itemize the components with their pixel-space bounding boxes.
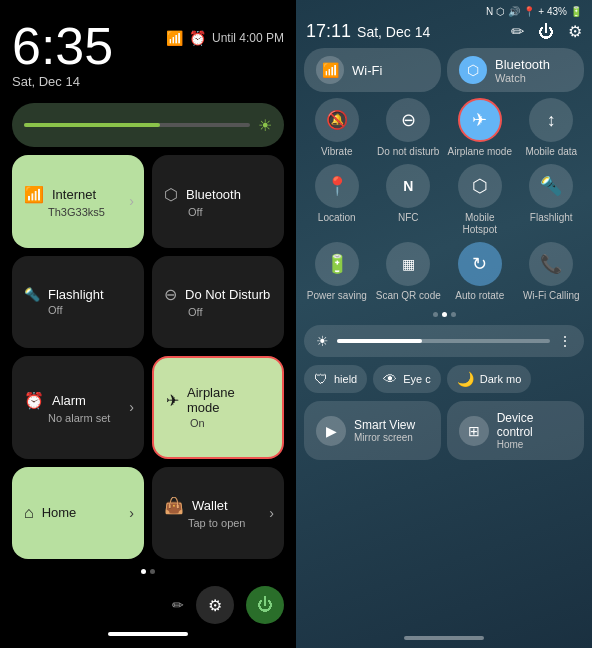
alarm-arrow: › xyxy=(129,399,134,415)
right-brightness[interactable]: ☀ ⋮ xyxy=(304,325,584,357)
alarm-icon: ⏰ xyxy=(189,30,206,46)
wallet-arrow: › xyxy=(269,505,274,521)
hotspot-label: Mobile Hotspot xyxy=(447,212,513,236)
right-header: 17:11 Sat, Dec 14 ✏ ⏻ ⚙ xyxy=(296,17,592,48)
dot-2 xyxy=(150,569,155,574)
flashlight-icon: 🔦 xyxy=(24,287,40,302)
power-saving-icon: 🔋 xyxy=(315,242,359,286)
power-button[interactable]: ⏻ xyxy=(246,586,284,624)
mobile-data-tile[interactable]: ↕ Mobile data xyxy=(519,98,585,158)
alarm-label: Alarm xyxy=(52,393,86,408)
airplane-icon: ✈ xyxy=(166,391,179,410)
brightness-bar xyxy=(24,123,250,127)
flashlight-tile-label: Flashlight xyxy=(530,212,573,224)
tile-internet[interactable]: 📶 Internet Th3G33ks5 › xyxy=(12,155,144,248)
alarm-sub: No alarm set xyxy=(24,412,132,424)
until-text: Until 4:00 PM xyxy=(212,31,284,45)
vibrate-label: Vibrate xyxy=(321,146,353,158)
extras-row: 🛡 hield 👁 Eye c 🌙 Dark mo xyxy=(296,361,592,397)
internet-sub: Th3G33ks5 xyxy=(24,206,132,218)
qs-grid-row3: 🔋 Power saving ▦ Scan QR code ↻ Auto rot… xyxy=(296,242,592,308)
brightness-row[interactable]: ☀ xyxy=(12,103,284,147)
dark-mode-icon: 🌙 xyxy=(457,371,474,387)
tile-airplane[interactable]: ✈ Airplane mode On xyxy=(152,356,284,459)
bluetooth-icon: ⬡ xyxy=(164,185,178,204)
wifi-tile-name: Wi-Fi xyxy=(352,63,382,78)
edit-header-icon[interactable]: ✏ xyxy=(511,22,524,41)
tile-flashlight[interactable]: 🔦 Flashlight Off xyxy=(12,256,144,349)
right-panel: N ⬡ 🔊 📍 + NFC BT Vol Location Battery 43… xyxy=(296,0,592,648)
status-bar: N ⬡ 🔊 📍 + NFC BT Vol Location Battery 43… xyxy=(296,0,592,17)
header-actions: ✏ ⏻ ⚙ xyxy=(511,22,582,41)
tile-wallet[interactable]: 👜 Wallet Tap to open › xyxy=(152,467,284,560)
shield-tile[interactable]: 🛡 hield xyxy=(304,365,367,393)
bluetooth-tile-sub: Watch xyxy=(495,72,550,84)
eye-comfort-tile[interactable]: 👁 Eye c xyxy=(373,365,441,393)
dnd-sub: Off xyxy=(164,306,272,318)
auto-rotate-label: Auto rotate xyxy=(455,290,504,302)
shield-icon: 🛡 xyxy=(314,371,328,387)
nfc-icon: N xyxy=(386,164,430,208)
bluetooth-tile[interactable]: ⬡ Bluetooth Watch xyxy=(447,48,584,92)
location-tile[interactable]: 📍 Location xyxy=(304,164,370,236)
flashlight-label: Flashlight xyxy=(48,287,104,302)
airplane-tile-icon: ✈ xyxy=(458,98,502,142)
auto-rotate-tile[interactable]: ↻ Auto rotate xyxy=(447,242,513,302)
wifi-icon: 📶 xyxy=(166,30,183,46)
settings-header-icon[interactable]: ⚙ xyxy=(568,22,582,41)
smart-view-name: Smart View xyxy=(354,418,415,432)
wifi-calling-label: Wi-Fi Calling xyxy=(523,290,580,302)
hotspot-tile[interactable]: ⬡ Mobile Hotspot xyxy=(447,164,513,236)
bluetooth-tile-icon: ⬡ xyxy=(459,56,487,84)
device-control-icon: ⊞ xyxy=(459,416,489,446)
device-control-tile[interactable]: ⊞ Device control Home xyxy=(447,401,584,460)
qs-grid-row2: 📍 Location N NFC ⬡ Mobile Hotspot 🔦 Flas… xyxy=(296,164,592,242)
hotspot-icon: ⬡ xyxy=(458,164,502,208)
scan-qr-label: Scan QR code xyxy=(376,290,441,302)
right-date: Sat, Dec 14 xyxy=(357,24,430,40)
scan-qr-tile[interactable]: ▦ Scan QR code xyxy=(376,242,442,302)
edit-icon[interactable]: ✏ xyxy=(172,597,184,613)
qs-dot-3 xyxy=(451,312,456,317)
right-time: 17:11 xyxy=(306,21,351,42)
quick-tiles-grid: 📶 Internet Th3G33ks5 › ⬡ Bluetooth Off 🔦… xyxy=(12,155,284,559)
mobile-data-label: Mobile data xyxy=(525,146,577,158)
right-home-indicator xyxy=(404,636,484,640)
airplane-tile[interactable]: ✈ Airplane mode xyxy=(447,98,513,158)
settings-button[interactable]: ⚙ xyxy=(196,586,234,624)
page-dots xyxy=(12,569,284,574)
device-control-sub: Home xyxy=(497,439,572,450)
brightness-fill xyxy=(24,123,160,127)
dark-mode-tile[interactable]: 🌙 Dark mo xyxy=(447,365,532,393)
tile-alarm[interactable]: ⏰ Alarm No alarm set › xyxy=(12,356,144,459)
wifi-tile[interactable]: 📶 Wi-Fi xyxy=(304,48,441,92)
vibrate-tile[interactable]: 🔕 Vibrate xyxy=(304,98,370,158)
brightness-icon: ☀ xyxy=(258,116,272,135)
bluetooth-tile-name: Bluetooth xyxy=(495,57,550,72)
smart-view-icon: ▶ xyxy=(316,416,346,446)
brightness-slider[interactable] xyxy=(337,339,550,343)
tile-bluetooth[interactable]: ⬡ Bluetooth Off xyxy=(152,155,284,248)
dnd-icon: ⊖ xyxy=(164,285,177,304)
bluetooth-label: Bluetooth xyxy=(186,187,241,202)
power-header-icon[interactable]: ⏻ xyxy=(538,23,554,41)
internet-icon: 📶 xyxy=(24,185,44,204)
dnd-tile[interactable]: ⊖ Do not disturb xyxy=(376,98,442,158)
airplane-tile-label: Airplane mode xyxy=(448,146,512,158)
power-saving-tile[interactable]: 🔋 Power saving xyxy=(304,242,370,302)
tile-home[interactable]: ⌂ Home › xyxy=(12,467,144,560)
flashlight-tile[interactable]: 🔦 Flashlight xyxy=(519,164,585,236)
nfc-tile[interactable]: N NFC xyxy=(376,164,442,236)
battery-percent: 43% xyxy=(547,6,567,17)
location-status-icon: 📍 xyxy=(523,6,535,17)
vibrate-icon: 🔕 xyxy=(315,98,359,142)
wifi-calling-tile[interactable]: 📞 Wi-Fi Calling xyxy=(519,242,585,302)
wallet-sub: Tap to open xyxy=(164,517,272,529)
tile-dnd[interactable]: ⊖ Do Not Disturb Off xyxy=(152,256,284,349)
internet-label: Internet xyxy=(52,187,96,202)
brightness-more-icon[interactable]: ⋮ xyxy=(558,333,572,349)
airplane-sub: On xyxy=(166,417,270,429)
mobile-data-icon: ↕ xyxy=(529,98,573,142)
power-saving-label: Power saving xyxy=(307,290,367,302)
smart-view-tile[interactable]: ▶ Smart View Mirror screen xyxy=(304,401,441,460)
